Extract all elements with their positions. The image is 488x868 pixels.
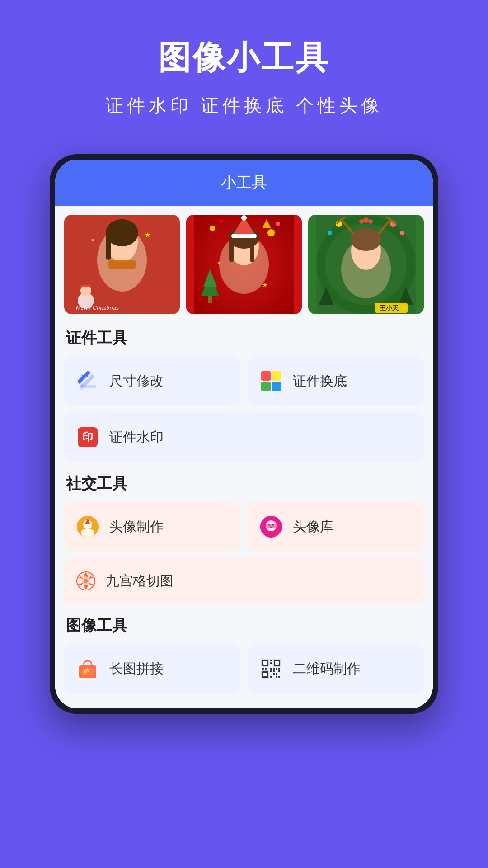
svg-rect-18 (208, 296, 212, 303)
svg-rect-102 (273, 673, 275, 675)
avatar-make-label: 头像制作 (109, 518, 164, 536)
svg-rect-100 (278, 676, 280, 678)
qrcode-label: 二维码制作 (293, 660, 361, 678)
phone-content: ★ ★ Merry Christmas (55, 206, 433, 708)
avatar-lib-icon (258, 514, 284, 539)
svg-rect-104 (276, 676, 277, 678)
phone-header: 小工具 (55, 160, 433, 206)
avatar-maker-icon (75, 514, 100, 539)
svg-rect-24 (229, 237, 234, 262)
svg-rect-27 (231, 234, 257, 238)
social-tools-grid: 头像制作 (64, 501, 424, 552)
svg-point-14 (220, 220, 223, 223)
phone-screen: 小工具 (55, 160, 433, 708)
svg-point-50 (351, 228, 381, 251)
carousel-item-1[interactable]: ★ ★ Merry Christmas (64, 215, 180, 314)
avatar-lib-button[interactable]: 头像库 (248, 501, 424, 552)
bg-change-label: 证件换底 (293, 372, 347, 391)
svg-point-75 (84, 579, 88, 583)
svg-point-40 (328, 231, 332, 235)
svg-text:★: ★ (90, 237, 95, 243)
hero-section: 图像小工具 证件水印 证件换底 个性头像 (0, 0, 488, 136)
svg-rect-25 (250, 237, 254, 262)
watermark-label: 证件水印 (109, 428, 164, 447)
stamp-icon: 印 (75, 425, 100, 450)
nine-grid-button[interactable]: 九宫格切图 (64, 557, 424, 604)
svg-point-20 (276, 222, 280, 226)
social-nine-grid-row: 九宫格切图 (64, 557, 424, 604)
svg-rect-95 (276, 668, 277, 670)
qrcode-icon (258, 656, 284, 681)
svg-rect-65 (84, 524, 91, 525)
svg-point-33 (363, 217, 369, 223)
svg-rect-85 (275, 661, 279, 665)
svg-rect-98 (273, 670, 275, 672)
nine-grid-icon (75, 570, 97, 592)
svg-point-41 (400, 231, 404, 235)
svg-rect-82 (263, 661, 267, 665)
svg-rect-93 (270, 668, 272, 670)
svg-point-28 (241, 215, 247, 221)
section-title-image: 图像工具 (66, 615, 424, 636)
cert-tools-grid: 尺寸修改 证件换底 (64, 356, 424, 406)
svg-rect-91 (262, 668, 264, 670)
svg-rect-3 (80, 285, 91, 287)
nine-grid-label: 九宫格切图 (106, 572, 174, 590)
bg-change-button[interactable]: 证件换底 (248, 356, 424, 406)
svg-text:★: ★ (145, 231, 151, 239)
avatar-make-button[interactable]: 头像制作 (64, 501, 240, 552)
palette-icon (258, 368, 284, 394)
svg-point-13 (210, 226, 215, 231)
svg-rect-101 (270, 676, 272, 678)
svg-text:★: ★ (217, 260, 221, 265)
svg-rect-97 (270, 670, 272, 672)
svg-rect-94 (273, 668, 275, 670)
section-title-social: 社交工具 (66, 473, 424, 494)
resize-label: 尺寸修改 (109, 372, 164, 391)
svg-rect-89 (270, 660, 272, 661)
image-carousel: ★ ★ Merry Christmas (64, 215, 424, 314)
carousel-item-2[interactable]: ★ ★ (186, 215, 302, 314)
svg-rect-7 (106, 233, 111, 260)
app-title: 图像小工具 (18, 36, 470, 80)
svg-point-35 (359, 219, 364, 224)
resize-button[interactable]: 尺寸修改 (64, 356, 240, 406)
svg-point-34 (368, 219, 373, 224)
svg-text:王小天: 王小天 (380, 304, 399, 311)
svg-rect-96 (278, 668, 280, 670)
phone-mockup: 小工具 (50, 154, 438, 714)
svg-rect-72 (266, 524, 277, 528)
svg-point-79 (83, 670, 87, 674)
svg-point-63 (81, 528, 94, 538)
svg-rect-99 (276, 673, 277, 675)
ruler-icon (75, 368, 100, 394)
svg-text:Merry Christmas: Merry Christmas (76, 304, 119, 311)
image-tools-grid: 长图拼接 (64, 643, 424, 694)
avatar-lib-label: 头像库 (293, 518, 333, 536)
app-subtitle: 证件水印 证件换底 个性头像 (18, 93, 470, 118)
svg-text:★: ★ (262, 281, 268, 288)
svg-rect-8 (108, 260, 136, 269)
svg-rect-92 (265, 668, 267, 670)
long-img-icon (75, 656, 100, 681)
section-title-cert: 证件工具 (66, 328, 424, 349)
cert-watermark-row: 印 证件水印 (64, 412, 424, 462)
svg-point-19 (267, 229, 275, 236)
svg-rect-88 (263, 673, 267, 676)
svg-rect-90 (270, 662, 272, 664)
long-img-label: 长图拼接 (109, 660, 164, 678)
watermark-button[interactable]: 印 证件水印 (64, 412, 424, 462)
carousel-item-3[interactable]: 王小天 (308, 215, 424, 314)
long-img-button[interactable]: 长图拼接 (64, 643, 240, 694)
qrcode-button[interactable]: 二维码制作 (248, 643, 424, 694)
svg-rect-103 (278, 670, 280, 672)
